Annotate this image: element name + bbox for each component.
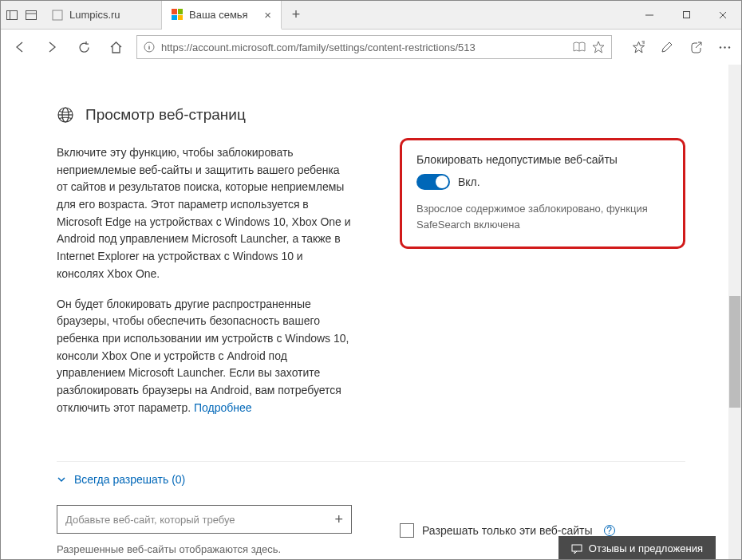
globe-icon [57,106,74,124]
checkbox-label: Разрешать только эти веб-сайты [422,524,593,537]
toggle-state-label: Вкл. [458,175,480,188]
section-header: Просмотр веб-страниц [57,106,685,124]
block-websites-toggle[interactable] [416,174,450,190]
vertical-scrollbar[interactable] [728,65,741,560]
scrollbar-thumb[interactable] [729,296,740,408]
home-button[interactable] [105,36,127,58]
block-websites-description: Взрослое содержимое заблокировано, функц… [416,201,669,232]
description-para-2: Он будет блокировать другие распростране… [57,296,352,417]
topbar-panel-icon[interactable] [25,9,37,22]
page-content: Просмотр веб-страниц Включите эту функци… [1,65,741,560]
tab-title: Lumpics.ru [69,9,120,21]
accordion-label: Всегда разрешать (0) [74,473,185,486]
maximize-button[interactable] [668,1,705,29]
back-button[interactable] [9,36,31,58]
nav-right-icons [622,36,733,58]
new-tab-button[interactable]: + [282,1,310,29]
address-bar[interactable]: https://account.microsoft.com/family/set… [136,35,612,59]
close-tab-icon[interactable]: × [264,8,271,22]
refresh-button[interactable] [73,36,95,58]
svg-rect-20 [572,545,582,551]
close-window-button[interactable] [705,1,741,29]
svg-point-15 [724,46,725,48]
chevron-down-icon [57,475,66,484]
block-websites-panel: Блокировать недопустимые веб-сайты Вкл. … [400,138,685,249]
feedback-button[interactable]: Отзывы и предложения [558,536,716,560]
share-icon[interactable] [687,36,705,58]
sidebar-panel-icon[interactable] [6,9,18,22]
window-controls [631,1,741,29]
info-icon[interactable]: ? [604,525,615,536]
info-lock-icon[interactable] [144,41,155,53]
titlebar-left-icons [1,1,42,29]
menu-dots-icon[interactable] [716,36,733,58]
add-website-input[interactable]: Добавьте веб-сайт, который требуе + [57,505,352,534]
tab-title: Ваша семья [189,9,248,21]
notes-pen-icon[interactable] [658,36,676,58]
svg-rect-4 [53,10,62,20]
section-title-text: Просмотр веб-страниц [85,106,246,124]
add-plus-icon[interactable]: + [334,511,343,528]
only-allow-checkbox[interactable] [400,523,414,538]
svg-point-16 [728,46,729,48]
favicon-generic-icon [52,10,63,21]
svg-point-14 [719,46,720,48]
minimize-button[interactable] [631,1,668,29]
input-placeholder-text: Добавьте веб-сайт, который требуе [65,514,235,526]
favorite-star-icon[interactable] [592,41,605,53]
tab-lumpics[interactable]: Lumpics.ru [42,1,162,29]
favicon-microsoft-icon [172,9,183,20]
tab-strip: Lumpics.ru Ваша семья × + [42,1,631,29]
allowed-sites-subtext: Разрешенные веб-сайты отображаются здесь… [57,543,352,555]
block-websites-title: Блокировать недопустимые веб-сайты [416,153,669,166]
svg-rect-2 [26,10,37,19]
feedback-label: Отзывы и предложения [589,542,703,554]
description-column: Включите эту функцию, чтобы заблокироват… [57,144,352,429]
url-text: https://account.microsoft.com/family/set… [161,41,566,53]
forward-button[interactable] [41,36,63,58]
favorites-hub-icon[interactable] [630,36,647,58]
chat-icon [571,543,582,554]
description-para-1: Включите эту функцию, чтобы заблокироват… [57,144,352,283]
reading-view-icon[interactable] [573,41,586,53]
tab-family[interactable]: Ваша семья × [162,1,282,30]
always-allow-accordion[interactable]: Всегда разрешать (0) [57,461,685,497]
nav-bar: https://account.microsoft.com/family/set… [1,30,741,65]
learn-more-link[interactable]: Подробнее [194,401,252,414]
title-bar: Lumpics.ru Ваша семья × + [1,1,741,30]
svg-rect-6 [683,12,689,18]
svg-rect-0 [7,10,18,19]
